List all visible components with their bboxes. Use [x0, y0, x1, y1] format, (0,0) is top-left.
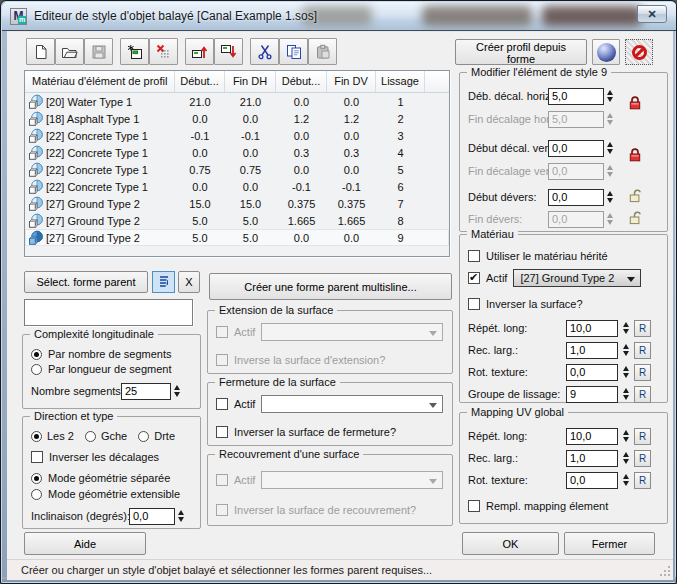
reset-button[interactable]: R [634, 428, 651, 445]
disable-button[interactable] [625, 39, 653, 65]
material-dropdown[interactable]: [27] Ground Type 2 [513, 269, 641, 287]
both-sides-radio[interactable] [31, 431, 42, 442]
column-header[interactable]: Matériau d'élément de profil [25, 71, 175, 92]
open-folder-icon [61, 44, 78, 60]
move-element-up-button[interactable] [185, 38, 214, 65]
spinner[interactable] [171, 383, 183, 400]
spinner[interactable] [604, 88, 616, 105]
table-row[interactable]: [27] Ground Type 2 15.015.0 0.3750.375 7 [25, 195, 449, 212]
by-segment-length-radio[interactable] [31, 364, 42, 375]
help-button[interactable]: Aide [24, 532, 146, 555]
lock-closed-icon[interactable] [628, 147, 642, 162]
uv-texture-rotation-field[interactable] [566, 472, 618, 489]
reset-button[interactable]: R [634, 472, 651, 489]
column-header[interactable]: Début... [276, 71, 327, 92]
ok-button[interactable]: OK [462, 532, 559, 555]
reset-button[interactable]: R [634, 386, 651, 403]
resize-grip[interactable] [660, 566, 671, 577]
reset-button[interactable]: R [634, 450, 651, 467]
spinner[interactable] [620, 428, 632, 445]
title-bar[interactable]: Mm Editeur de style d'objet balayé [Cana… [2, 2, 677, 31]
texture-rotation-field[interactable] [566, 364, 618, 381]
field-label: Groupe de lissage: [468, 388, 560, 400]
reset-button[interactable]: R [634, 342, 651, 359]
lock-open-icon[interactable] [628, 188, 642, 203]
invert-closure-surface-checkbox[interactable] [216, 426, 228, 438]
table-row[interactable]: [18] Asphalt Type 1 0.00.0 1.21.2 2 [25, 110, 449, 127]
spinner[interactable] [604, 140, 616, 157]
table-row[interactable]: [22] Concrete Type 1 -0.1-0.1 0.00.0 3 [25, 127, 449, 144]
spinner[interactable] [620, 450, 632, 467]
close-button[interactable]: ✕ [637, 5, 667, 23]
right-side-radio[interactable] [138, 431, 149, 442]
invert-surface-checkbox[interactable] [468, 298, 480, 310]
spinner[interactable] [620, 320, 632, 337]
delete-element-button[interactable] [149, 38, 178, 65]
column-header[interactable]: Fin DV [327, 71, 376, 92]
table-row[interactable]: [22] Concrete Type 1 0.00.0 -0.1-0.1 6 [25, 178, 449, 195]
active-material-checkbox[interactable] [468, 272, 480, 284]
left-side-radio[interactable] [85, 431, 96, 442]
uv-repeat-length-field[interactable] [566, 428, 618, 445]
field-label: Fin dévers: [468, 213, 522, 225]
column-header[interactable]: Lissage [376, 71, 425, 92]
create-multiline-parent-button[interactable]: Créer une forme parent multisline... [209, 273, 452, 300]
table-row[interactable]: [20] Water Type 1 21.021.0 0.00.0 1 [25, 93, 449, 110]
column-header[interactable]: Fin DH [225, 71, 276, 92]
save-style-button[interactable] [84, 38, 113, 65]
start-horiz-offset-field[interactable] [548, 88, 604, 105]
pick-list-button[interactable] [152, 271, 175, 293]
cut-button[interactable] [250, 38, 279, 65]
copy-button[interactable] [279, 38, 308, 65]
spinner[interactable] [604, 189, 616, 206]
create-profile-from-shape-button[interactable]: Créer profil depuis forme [455, 39, 587, 65]
extensible-geometry-radio[interactable] [31, 489, 42, 500]
table-row[interactable]: [27] Ground Type 2 5.05.0 1.6651.665 8 [25, 212, 449, 229]
closure-active-checkbox[interactable] [216, 398, 228, 410]
start-vert-offset-field[interactable] [548, 140, 604, 157]
add-element-button[interactable] [120, 38, 149, 65]
spinner[interactable] [620, 364, 632, 381]
copy-icon [286, 44, 302, 60]
table-row[interactable]: [22] Concrete Type 1 0.00.0 0.30.3 4 [25, 144, 449, 161]
uv-width-overlap-field[interactable] [566, 450, 618, 467]
table-row-selected[interactable]: [27] Ground Type 2 5.05.0 0.00.0 9 [25, 229, 449, 246]
material-element-icon [28, 128, 43, 143]
column-header[interactable]: Début... [175, 71, 225, 92]
new-style-button[interactable] [26, 38, 55, 65]
move-element-down-button[interactable] [214, 38, 243, 65]
reset-button[interactable]: R [634, 364, 651, 381]
save-floppy-icon [91, 44, 107, 60]
spinner[interactable] [620, 472, 632, 489]
reset-button[interactable]: R [634, 320, 651, 337]
closure-shape-dropdown[interactable] [261, 395, 443, 413]
width-overlap-field[interactable] [566, 342, 618, 359]
lock-open-icon[interactable] [628, 210, 642, 225]
table-row[interactable]: [22] Concrete Type 1 0.750.75 0.00.0 5 [25, 161, 449, 178]
lock-closed-icon[interactable] [628, 95, 642, 110]
by-segment-count-radio[interactable] [31, 349, 42, 360]
open-style-button[interactable] [55, 38, 84, 65]
close-dialog-button[interactable]: Fermer [564, 532, 655, 555]
use-inherited-material-checkbox[interactable] [468, 250, 480, 262]
group-title: Modifier l'élément de style 9 [467, 65, 611, 79]
clear-parent-shape-button[interactable]: X [178, 271, 200, 293]
smoothing-group-field[interactable] [566, 386, 618, 403]
inclination-field[interactable] [129, 508, 175, 525]
parent-shape-field[interactable] [24, 299, 193, 326]
spinner[interactable] [175, 508, 187, 525]
material-editor-button[interactable] [592, 39, 620, 65]
spinner[interactable] [620, 386, 632, 403]
repeat-length-field[interactable] [566, 320, 618, 337]
select-parent-shape-button[interactable]: Sélect. forme parent [24, 271, 148, 293]
start-camber-field[interactable] [548, 189, 604, 206]
replace-element-mapping-checkbox[interactable] [468, 500, 480, 512]
profile-elements-table[interactable]: Matériau d'élément de profil Début... Fi… [24, 70, 450, 257]
paste-button[interactable] [308, 38, 337, 65]
spinner[interactable] [620, 342, 632, 359]
group-title: Complexité longitudinale [30, 327, 158, 341]
checkbox-label: Rempl. mapping élement [486, 500, 608, 512]
separate-geometry-radio[interactable] [31, 473, 42, 484]
invert-offsets-checkbox[interactable] [31, 451, 43, 463]
segment-count-field[interactable] [121, 383, 171, 400]
